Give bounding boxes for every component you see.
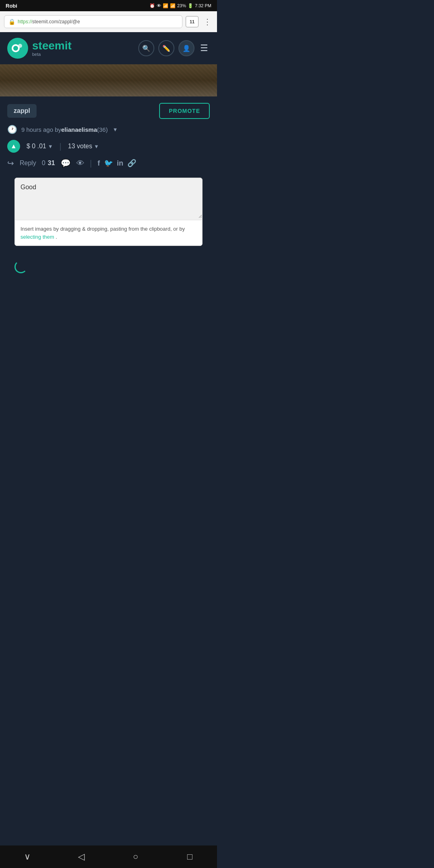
carrier-label: Robi [6, 3, 17, 9]
amount-dropdown[interactable]: ▼ [48, 143, 53, 149]
post-tag: zappl [7, 104, 37, 118]
action-nums: 0 31 [42, 160, 55, 167]
beta-label: beta [32, 52, 72, 57]
compose-button[interactable]: ✏️ [158, 40, 174, 56]
signal-icon: 📶 [170, 3, 176, 8]
post-meta-area: zappl PROMOTE 🕐 9 hours ago byelianaelis… [0, 96, 217, 285]
browser-menu-button[interactable]: ⋮ [202, 17, 213, 27]
hint-period: . [54, 234, 57, 240]
url-text: https://steemit.com/zappl/@e [18, 19, 80, 25]
url-box[interactable]: 🔒 https://steemit.com/zappl/@e [4, 15, 182, 28]
loading-spinner [14, 260, 27, 273]
loading-area [7, 252, 210, 281]
votes-count: 13 votes ▼ [68, 143, 99, 150]
logo-icon [7, 38, 28, 59]
status-icons: ⏰ 👁 📶 📶 23% 🔋 7:32 PM [149, 3, 211, 8]
reply-textarea[interactable]: Good [15, 178, 202, 218]
site-name: steemit [32, 40, 72, 51]
votes-dropdown[interactable]: ▼ [94, 143, 99, 149]
svg-point-3 [18, 44, 22, 48]
user-profile-button[interactable]: 👤 [178, 40, 194, 56]
tab-count-button[interactable]: 11 [186, 16, 199, 27]
view-icon[interactable]: 👁 [76, 159, 84, 168]
comment-icon[interactable]: 💬 [61, 158, 71, 168]
banner-texture [0, 64, 217, 96]
menu-button[interactable]: ☰ [199, 41, 210, 55]
link-icon[interactable]: 🔗 [127, 159, 136, 168]
time-ago-label: 9 hours ago by [21, 126, 61, 133]
header-icons: 🔍 ✏️ 👤 ☰ [138, 40, 210, 56]
amount-value: $ 0 .01 [27, 143, 46, 150]
clock-icon: 🕐 [7, 125, 17, 134]
votes-row: ▲ $ 0 .01 ▼ | 13 votes ▼ [7, 140, 210, 153]
time-label: 7:32 PM [195, 3, 211, 8]
comment-count-1: 31 [48, 160, 55, 167]
author-row: 🕐 9 hours ago byelianaelisma(36) ▼ [7, 125, 210, 134]
upvote-button[interactable]: ▲ [7, 140, 20, 153]
promote-button[interactable]: PROMOTE [159, 103, 210, 119]
url-https: https:// [18, 19, 32, 25]
reply-hint: Insert images by dragging & dropping, pa… [15, 220, 202, 246]
alarm-icon: ⏰ [149, 3, 155, 8]
dollar-amount: $ 0 .01 ▼ [27, 143, 53, 150]
logo-text-area: steemit beta [32, 40, 72, 57]
votes-divider: | [59, 142, 61, 151]
wifi-icon: 📶 [163, 3, 168, 8]
site-header: steemit beta 🔍 ✏️ 👤 ☰ [0, 32, 217, 64]
facebook-icon[interactable]: f [98, 159, 100, 168]
url-rest: steemit.com/zappl/@e [32, 19, 80, 25]
tag-promote-row: zappl PROMOTE [7, 103, 210, 119]
search-button[interactable]: 🔍 [138, 40, 154, 56]
twitter-icon[interactable]: 🐦 [104, 159, 113, 168]
comment-count-0: 0 [42, 160, 45, 167]
share-icon[interactable]: ↪ [7, 158, 14, 168]
social-divider: | [90, 159, 92, 168]
lock-icon: 🔒 [8, 18, 15, 25]
reply-section: Good Insert images by dragging & droppin… [14, 178, 203, 246]
svg-point-2 [13, 46, 18, 51]
author-text: 9 hours ago byelianaelisma(36) [21, 126, 108, 133]
hint-text: Insert images by dragging & dropping, pa… [20, 226, 185, 232]
banner-image [0, 64, 217, 96]
logo-area: steemit beta [7, 38, 133, 59]
linkedin-icon[interactable]: in [117, 159, 123, 168]
author-name[interactable]: elianaelisma [61, 126, 97, 133]
browser-bar: 🔒 https://steemit.com/zappl/@e 11 ⋮ [0, 11, 217, 32]
author-rep: (36) [97, 126, 108, 133]
eye-status-icon: 👁 [157, 3, 161, 8]
social-icons: f 🐦 in 🔗 [98, 159, 136, 168]
reply-button[interactable]: Reply [20, 160, 36, 167]
author-dropdown-arrow[interactable]: ▼ [113, 127, 118, 133]
battery-percent: 23% [177, 3, 186, 8]
selecting-them-link[interactable]: selecting them [20, 234, 54, 240]
battery-icon: 🔋 [188, 3, 193, 8]
status-bar: Robi ⏰ 👁 📶 📶 23% 🔋 7:32 PM [0, 0, 217, 11]
action-row: ↪ Reply 0 31 💬 👁 | f 🐦 in 🔗 [7, 158, 210, 170]
votes-number: 13 votes [68, 143, 92, 150]
